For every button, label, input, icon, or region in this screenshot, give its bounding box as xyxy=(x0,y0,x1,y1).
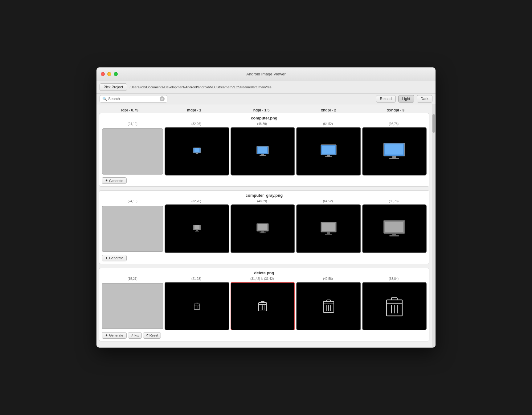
svg-rect-27 xyxy=(325,234,332,235)
svg-rect-13 xyxy=(385,144,403,155)
toolbar: Pick Project /Users/rob/Documents/Develo… xyxy=(96,81,436,94)
image-col-mdpi-delete xyxy=(165,282,229,330)
image-row-computer-gray xyxy=(102,204,427,253)
image-cell-hdpi-computer-gray xyxy=(231,204,295,253)
generate-row-computer: ✦ Generate xyxy=(102,177,427,184)
size-xxhdpi-computer-gray: (96,78) xyxy=(361,199,427,203)
wand-icon-gray: ✦ xyxy=(105,256,108,260)
image-cell-hdpi-computer xyxy=(231,127,295,175)
trash-icon-mdpi xyxy=(194,302,200,310)
svg-rect-25 xyxy=(322,223,335,231)
svg-rect-30 xyxy=(392,233,396,235)
search-input[interactable] xyxy=(108,97,160,101)
computer-icon-xhdpi xyxy=(319,144,338,159)
generate-button-delete[interactable]: ✦ Generate xyxy=(102,332,127,339)
image-cell-ldpi-computer-gray xyxy=(102,206,163,252)
light-theme-button[interactable]: Light xyxy=(398,95,414,103)
close-button[interactable] xyxy=(101,72,105,76)
computer-icon-xxhdpi xyxy=(382,142,407,161)
svg-rect-5 xyxy=(258,147,267,153)
fix-button-delete[interactable]: ↗ Fix xyxy=(128,332,142,339)
computer-gray-icon-xhdpi xyxy=(319,221,338,236)
reset-button-delete[interactable]: ↺ Reset xyxy=(143,332,161,339)
dark-theme-button[interactable]: Dark xyxy=(417,95,432,103)
minimize-button[interactable] xyxy=(107,72,111,76)
size-xxhdpi-delete: (63,84) xyxy=(361,277,427,280)
main-scroll[interactable]: ldpi - 0.75 mdpi - 1 hdpi - 1.5 xhdpi - … xyxy=(96,104,432,347)
section-title-computer-gray: computer_gray.png xyxy=(102,193,427,198)
window-title: Android Image Viewer xyxy=(246,72,286,76)
section-delete: delete.png (15,21) (21,28) (31,42) is (3… xyxy=(99,268,429,341)
image-col-hdpi-computer-gray xyxy=(231,204,295,253)
image-col-xxhdpi-computer-gray xyxy=(362,204,427,253)
image-col-xhdpi-computer xyxy=(296,127,361,175)
image-col-mdpi-computer xyxy=(165,127,229,175)
pick-project-button[interactable]: Pick Project xyxy=(100,83,127,91)
svg-rect-29 xyxy=(385,222,403,232)
image-row-delete xyxy=(102,282,427,330)
size-labels-computer: (24,19) (32,26) (48,39) (64,52) (96,78) xyxy=(102,122,427,127)
size-hdpi-computer-gray: (48,39) xyxy=(229,199,295,203)
size-mdpi-delete: (21,28) xyxy=(163,277,229,280)
svg-rect-11 xyxy=(325,156,332,157)
section-computer-gray: computer_gray.png (24,19) (32,26) (48,39… xyxy=(99,190,429,264)
image-cell-xhdpi-delete xyxy=(296,282,361,330)
window-controls xyxy=(101,72,118,76)
trash-icon-xhdpi xyxy=(322,297,335,315)
size-mdpi-computer: (32,26) xyxy=(163,122,229,126)
svg-rect-1 xyxy=(194,148,199,152)
size-labels-delete: (15,21) (21,28) (31,42) is (31,42) (42,5… xyxy=(102,277,427,281)
svg-rect-10 xyxy=(327,155,330,156)
size-xhdpi-delete: (42,56) xyxy=(295,277,361,280)
image-col-xxhdpi-delete xyxy=(362,282,427,330)
computer-icon-hdpi xyxy=(255,146,270,157)
svg-rect-9 xyxy=(322,146,335,154)
generate-row-computer-gray: ✦ Generate xyxy=(102,255,427,261)
size-ldpi-computer: (24,19) xyxy=(102,122,163,126)
main-window: Android Image Viewer Pick Project /Users… xyxy=(96,67,436,347)
size-xhdpi-computer: (64,52) xyxy=(295,122,361,126)
computer-gray-icon-xxhdpi xyxy=(382,220,407,238)
image-cell-hdpi-delete xyxy=(231,282,295,330)
image-col-mdpi-computer-gray xyxy=(165,204,229,253)
project-path: /Users/rob/Documents/Development/Android… xyxy=(129,85,432,89)
size-xhdpi-computer-gray: (64,52) xyxy=(295,199,361,203)
image-col-xhdpi-computer-gray xyxy=(296,204,361,253)
section-title-computer: computer.png xyxy=(102,116,427,120)
computer-icon-mdpi xyxy=(192,147,202,156)
image-cell-mdpi-computer xyxy=(165,127,229,175)
svg-rect-14 xyxy=(392,156,396,158)
col-header-ldpi: ldpi - 0.75 xyxy=(99,108,161,112)
wand-icon: ✦ xyxy=(105,179,108,183)
svg-rect-31 xyxy=(389,235,399,236)
image-col-xxhdpi-computer xyxy=(362,127,427,175)
image-col-hdpi-delete xyxy=(231,282,295,330)
col-header-xhdpi: xhdpi - 2 xyxy=(295,108,362,112)
generate-button-computer[interactable]: ✦ Generate xyxy=(102,177,127,184)
svg-rect-21 xyxy=(258,224,267,230)
image-cell-xhdpi-computer xyxy=(296,127,361,175)
size-ldpi-delete: (15,21) xyxy=(102,277,163,280)
generate-row-delete: ✦ Generate ↗ Fix ↺ Reset xyxy=(102,332,427,339)
computer-gray-icon-hdpi xyxy=(255,223,270,235)
trash-icon-xxhdpi xyxy=(385,294,404,318)
svg-rect-2 xyxy=(196,153,198,154)
scrollbar-thumb xyxy=(432,114,435,133)
generate-button-computer-gray[interactable]: ✦ Generate xyxy=(102,255,127,261)
trash-icon-hdpi xyxy=(258,300,268,312)
search-container: 🔍 ✕ xyxy=(100,95,167,103)
maximize-button[interactable] xyxy=(114,72,118,76)
content-area: ldpi - 0.75 mdpi - 1 hdpi - 1.5 xhdpi - … xyxy=(96,104,436,347)
image-col-ldpi-computer-gray xyxy=(102,206,163,252)
section-title-delete: delete.png xyxy=(102,271,427,275)
svg-rect-23 xyxy=(260,232,266,233)
image-cell-xxhdpi-delete xyxy=(362,282,427,330)
size-xxhdpi-computer: (96,78) xyxy=(361,122,427,126)
image-cell-mdpi-delete xyxy=(165,282,229,330)
search-clear-button[interactable]: ✕ xyxy=(160,96,165,101)
section-computer: computer.png (24,19) (32,26) (48,39) (64… xyxy=(99,113,429,187)
search-bar-row: 🔍 ✕ Reload Light Dark xyxy=(96,94,436,104)
reload-button[interactable]: Reload xyxy=(376,95,396,103)
scrollbar[interactable] xyxy=(432,104,436,347)
column-headers: ldpi - 0.75 mdpi - 1 hdpi - 1.5 xhdpi - … xyxy=(99,107,429,113)
